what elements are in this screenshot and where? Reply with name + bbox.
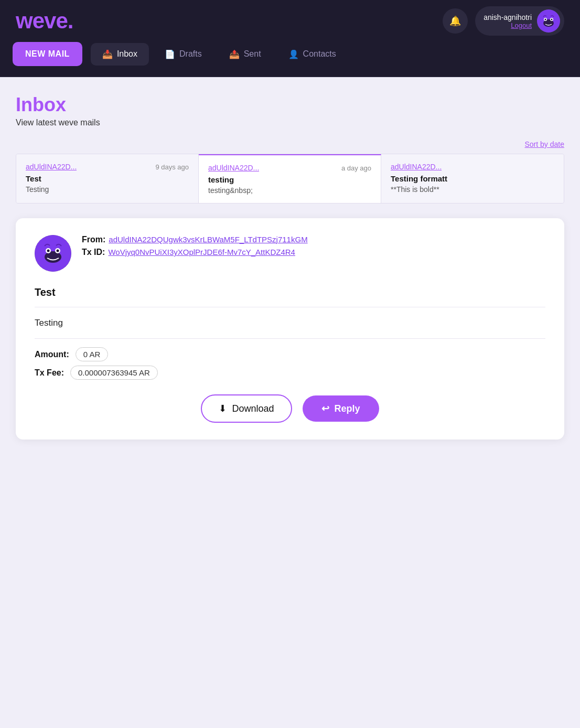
app-header: weve. 🔔 anish-agnihotri Logout	[0, 0, 580, 42]
mail-card-2[interactable]: adUldINA22D... Testing formatt **This is…	[381, 154, 564, 203]
txid-row: Tx ID: WoVjyq0NvPUiXI3yXOplPrJDE6f-Mv7cY…	[82, 248, 545, 257]
drafts-icon: 📄	[165, 49, 175, 59]
sent-icon: 📤	[229, 49, 240, 59]
nav-item-contacts[interactable]: 👤 Contacts	[277, 43, 348, 66]
mail-subject-0: Test	[26, 174, 189, 183]
txid-value[interactable]: WoVjyq0NvPUiXI3yXOplPrJDE6f-Mv7cY_AttKDZ…	[108, 248, 295, 256]
svg-point-4	[545, 19, 546, 20]
contacts-icon: 👤	[288, 49, 299, 59]
mail-card-1[interactable]: adUldINA22D... a day ago testing testing…	[199, 154, 381, 203]
mail-detail-body: Testing	[35, 316, 545, 330]
nav-contacts-label: Contacts	[303, 49, 336, 59]
nav-inbox-label: Inbox	[117, 49, 137, 59]
mail-from-0[interactable]: adUldINA22D...	[26, 163, 77, 171]
main-content: Inbox View latest weve mails Sort by dat…	[0, 77, 580, 456]
page-title: Inbox	[16, 94, 564, 116]
svg-point-10	[47, 250, 50, 252]
mail-preview-1: testing&nbsp;	[208, 186, 371, 195]
bell-icon: 🔔	[449, 15, 461, 27]
mail-subject-2: Testing formatt	[391, 174, 554, 183]
amount-value: 0 AR	[76, 347, 109, 361]
download-button[interactable]: ⬇ Download	[201, 394, 292, 423]
from-value[interactable]: adUldINA22DQUgwk3vsKrLBWaM5F_LTdTPSzj711…	[109, 235, 307, 244]
mail-detail: From: adUldINA22DQUgwk3vsKrLBWaM5F_LTdTP…	[16, 218, 564, 440]
avatar	[537, 9, 560, 33]
logout-link[interactable]: Logout	[484, 22, 532, 29]
reply-icon: ↩	[321, 403, 329, 414]
app-logo: weve.	[16, 8, 73, 34]
detail-avatar	[35, 235, 71, 272]
mail-list: adUldINA22D... 9 days ago Test Testing a…	[16, 154, 564, 204]
fee-label: Tx Fee:	[35, 368, 64, 378]
sort-row: Sort by date	[16, 140, 564, 148]
mail-time-0: 9 days ago	[155, 163, 189, 171]
user-name: anish-agnihotri	[484, 13, 532, 22]
nav-item-inbox[interactable]: 📥 Inbox	[91, 43, 149, 66]
mail-card-header-2: adUldINA22D...	[391, 163, 554, 171]
mail-subject-1: testing	[208, 175, 371, 184]
mail-card-header-0: adUldINA22D... 9 days ago	[26, 163, 189, 171]
svg-point-5	[551, 19, 553, 20]
notification-button[interactable]: 🔔	[443, 8, 468, 34]
mail-card-0[interactable]: adUldINA22D... 9 days ago Test Testing	[16, 154, 199, 203]
svg-point-11	[57, 250, 59, 252]
nav-sent-label: Sent	[244, 49, 261, 59]
mail-card-header-1: adUldINA22D... a day ago	[208, 164, 371, 172]
user-pill[interactable]: anish-agnihotri Logout	[475, 6, 564, 36]
divider-2	[35, 338, 545, 339]
nav-item-sent[interactable]: 📤 Sent	[218, 43, 273, 66]
mail-from-1[interactable]: adUldINA22D...	[208, 164, 259, 172]
divider-1	[35, 307, 545, 307]
reply-button[interactable]: ↩ Reply	[303, 395, 379, 422]
txid-label: Tx ID:	[82, 248, 105, 257]
reply-label: Reply	[335, 403, 360, 414]
header-right: 🔔 anish-agnihotri Logout	[443, 6, 564, 36]
detail-meta: From: adUldINA22DQUgwk3vsKrLBWaM5F_LTdTP…	[82, 235, 545, 260]
fee-row: Tx Fee: 0.000007363945 AR	[35, 366, 545, 380]
mail-from-2[interactable]: adUldINA22D...	[391, 163, 442, 171]
sort-by-date-link[interactable]: Sort by date	[525, 140, 565, 148]
nav-item-drafts[interactable]: 📄 Drafts	[153, 43, 213, 66]
inbox-icon: 📥	[102, 49, 113, 59]
mail-time-1: a day ago	[341, 164, 371, 172]
nav-drafts-label: Drafts	[179, 49, 202, 59]
new-mail-button[interactable]: NEW MAIL	[13, 42, 82, 66]
mail-detail-subject: Test	[35, 286, 545, 298]
from-label: From:	[82, 235, 105, 244]
download-icon: ⬇	[219, 403, 227, 414]
from-row: From: adUldINA22DQUgwk3vsKrLBWaM5F_LTdTP…	[82, 235, 545, 244]
mail-detail-header: From: adUldINA22DQUgwk3vsKrLBWaM5F_LTdTP…	[35, 235, 545, 272]
mail-preview-0: Testing	[26, 185, 189, 194]
fee-value: 0.000007363945 AR	[70, 366, 158, 380]
page-subtitle: View latest weve mails	[16, 118, 564, 127]
amount-label: Amount:	[35, 350, 69, 359]
amount-row: Amount: 0 AR	[35, 347, 545, 361]
download-label: Download	[232, 403, 274, 414]
action-row: ⬇ Download ↩ Reply	[35, 394, 545, 423]
user-info: anish-agnihotri Logout	[484, 13, 532, 29]
nav-bar: NEW MAIL 📥 Inbox 📄 Drafts 📤 Sent 👤 Conta…	[0, 42, 580, 77]
mail-preview-2: **This is bold**	[391, 185, 554, 194]
